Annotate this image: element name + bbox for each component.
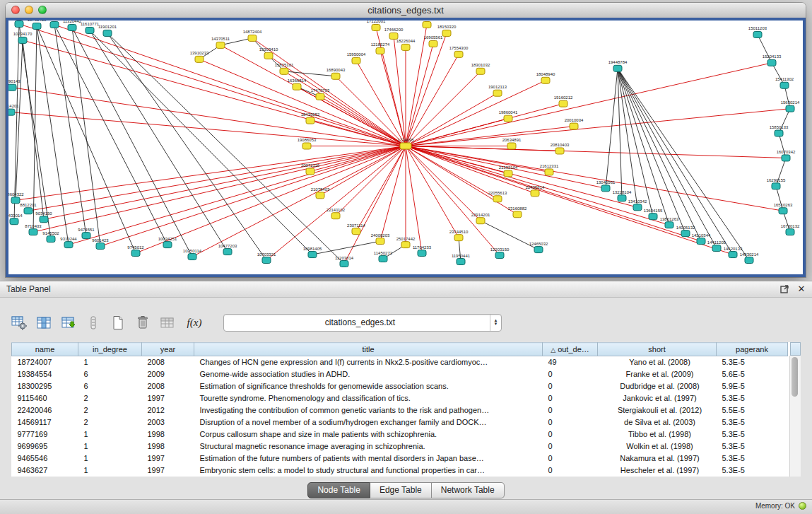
graph-edge[interactable]	[406, 104, 563, 146]
graph-edge[interactable]	[380, 146, 406, 242]
table-row[interactable]: 1938455462009Genome-wide association stu…	[12, 368, 788, 380]
graph-edge[interactable]	[406, 63, 772, 146]
graph-node[interactable]: 11950441	[452, 254, 471, 265]
graph-node[interactable]: 15850133	[770, 125, 789, 136]
table-cell[interactable]: 5.3E-5	[717, 452, 788, 465]
table-cell[interactable]: 5.3E-5	[717, 428, 788, 440]
graph-edge[interactable]	[406, 146, 637, 208]
table-cell[interactable]: 0	[543, 428, 598, 440]
graph-node[interactable]: 15950004	[347, 52, 366, 64]
table-cell[interactable]: Yano et al. (2008)	[598, 356, 717, 368]
graph-node[interactable]: 12203150	[490, 247, 510, 259]
table-cell[interactable]: 9699695	[12, 440, 78, 452]
graph-node[interactable]: 11704233	[413, 245, 432, 257]
graph-node[interactable]: 10761453	[28, 21, 47, 29]
new-column-icon[interactable]	[59, 313, 78, 332]
graph-edge[interactable]	[618, 69, 733, 255]
graph-node[interactable]: 11610771	[81, 22, 100, 33]
graph-edge[interactable]	[310, 146, 406, 172]
table-row[interactable]: 969969511998Structural magnetic resonanc…	[12, 440, 788, 452]
table-cell[interactable]: Disruption of a novel member of a sodium…	[194, 416, 543, 428]
table-cell[interactable]: 1	[78, 465, 142, 477]
table-cell[interactable]: 2008	[142, 380, 194, 392]
table-cell[interactable]: Hescheler et al. (1997)	[598, 465, 717, 477]
table-cell[interactable]: 5.6E-5	[717, 368, 788, 380]
graph-node[interactable]: 10034251	[158, 237, 177, 248]
graph-node[interactable]: 10250114	[183, 249, 202, 260]
graph-edge[interactable]	[406, 93, 498, 146]
graph-node[interactable]: 23160882	[508, 206, 527, 218]
graph-node[interactable]: 15630214	[781, 100, 800, 112]
table-cell[interactable]: 1997	[142, 392, 194, 404]
table-cell[interactable]: 5.5E-5	[717, 404, 788, 416]
graph-node[interactable]: 11320442	[63, 21, 82, 30]
table-cell[interactable]: Embryonic stem cells: a model to study s…	[194, 465, 543, 477]
table-cell[interactable]: Tourette syndrome. Phenomenology and cla…	[194, 392, 543, 404]
graph-node[interactable]: 18301032	[471, 63, 490, 74]
graph-node[interactable]: 16366814	[288, 78, 307, 90]
graph-node[interactable]: 20810403	[551, 143, 570, 154]
graph-edge[interactable]	[19, 24, 406, 146]
graph-edge[interactable]	[406, 109, 790, 146]
column-header-title[interactable]: title	[194, 343, 543, 356]
table-cell[interactable]: 6	[78, 380, 142, 392]
table-cell[interactable]: 22420046	[12, 404, 78, 416]
table-cell[interactable]: 6	[78, 368, 142, 380]
table-cell[interactable]: 2	[78, 416, 142, 428]
graph-node[interactable]: 22055613	[488, 191, 507, 202]
graph-node[interactable]: 16070342	[777, 150, 796, 161]
graph-node[interactable]: 15011203	[748, 26, 767, 37]
table-cell[interactable]: Nakamura et al. (1997)	[598, 452, 717, 465]
graph-edge[interactable]	[37, 26, 136, 253]
memory-indicator[interactable]: Memory: OK	[755, 502, 806, 510]
table-select-dropdown[interactable]: citations_edges.txt ▲▼	[223, 314, 502, 332]
graph-node[interactable]: 11203014	[335, 256, 354, 267]
table-cell[interactable]: Jankovic et al. (1997)	[598, 392, 717, 404]
graph-node[interactable]: 9310244	[60, 237, 77, 248]
graph-node[interactable]: 9034150	[35, 211, 52, 223]
table-cell[interactable]: 18300295	[12, 380, 78, 392]
graph-node[interactable]: 11450272	[374, 251, 393, 262]
graph-edge[interactable]	[776, 186, 783, 211]
graph-node[interactable]: 22141102	[326, 208, 346, 219]
graph-node[interactable]: 10234170	[13, 32, 33, 43]
graph-edge[interactable]	[618, 69, 622, 198]
table-cell[interactable]: 5.9E-5	[717, 380, 788, 392]
graph-node[interactable]: 15825101	[275, 63, 294, 74]
delete-column-icon[interactable]	[134, 313, 152, 332]
graph-node[interactable]: 16290155	[767, 178, 786, 189]
graph-edge[interactable]	[779, 109, 790, 134]
table-cell[interactable]: 0	[543, 465, 598, 477]
table-cell[interactable]: Franke et al. (2009)	[598, 368, 717, 380]
graph-node[interactable]: 13910233	[190, 51, 209, 62]
graph-node[interactable]: 9601423	[92, 238, 109, 250]
table-cell[interactable]: Dudbridge et al. (2008)	[598, 380, 717, 392]
table-cell[interactable]: 2003	[142, 416, 194, 428]
table-cell[interactable]: 2008	[142, 356, 194, 368]
table-cell[interactable]: 0	[543, 452, 598, 465]
graph-node[interactable]: 18150320	[437, 25, 457, 36]
graph-node[interactable]: 18226044	[396, 39, 416, 50]
function-builder-button[interactable]: f(x)	[183, 313, 206, 332]
graph-node[interactable]: 10703321	[257, 252, 276, 264]
table-cell[interactable]: 5.3E-5	[717, 356, 788, 368]
column-header-name[interactable]: name	[12, 343, 78, 356]
graph-node[interactable]: 12465032	[529, 242, 548, 253]
new-table-icon[interactable]	[109, 313, 127, 332]
graph-edge[interactable]	[406, 33, 447, 146]
network-canvas[interactable]: 1724095182260441218527415950004168900431…	[6, 18, 806, 277]
graph-node[interactable]: 21078403	[311, 187, 330, 199]
column-chooser-icon[interactable]	[35, 313, 53, 332]
table-cell[interactable]: 5.3E-5	[717, 416, 788, 428]
graph-node[interactable]: 17801442	[418, 21, 437, 28]
column-header-in-degree[interactable]: in_degree	[78, 343, 142, 356]
graph-node[interactable]: 17122001	[367, 21, 386, 30]
float-panel-icon[interactable]	[779, 284, 789, 293]
table-cell[interactable]: 9777169	[12, 428, 78, 440]
table-row[interactable]: 2242004622012Investigating the contribut…	[12, 404, 788, 416]
graph-edge[interactable]	[406, 44, 433, 146]
table-cell[interactable]: 2	[78, 392, 142, 404]
table-cell[interactable]: 14569117	[12, 416, 78, 428]
table-row[interactable]: 1872400712008Changes of HCN gene express…	[12, 356, 788, 368]
graph-edge[interactable]	[72, 28, 192, 257]
